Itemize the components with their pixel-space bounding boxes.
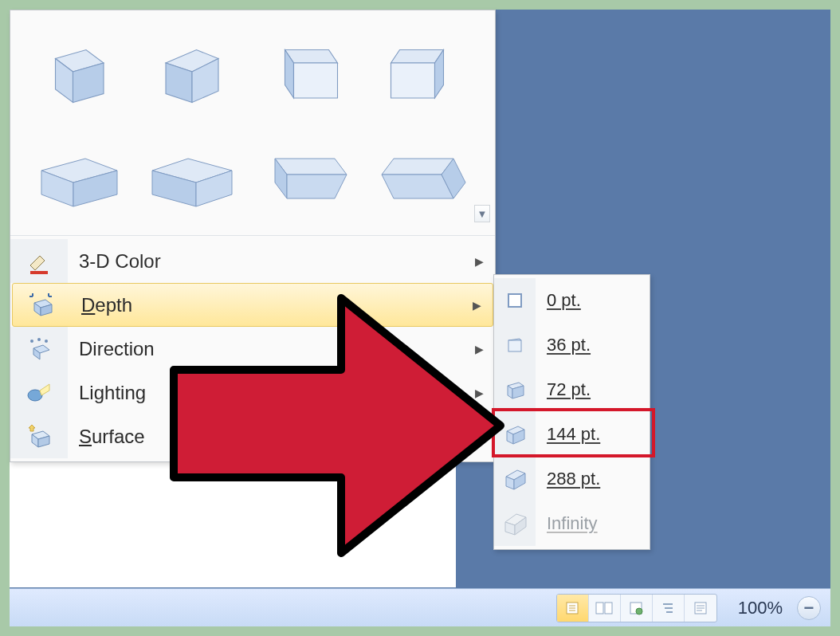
depth-option-0pt[interactable]: 0 pt. [494, 278, 650, 323]
menu-label: Direction [68, 338, 463, 360]
depth-cube-icon [494, 367, 536, 412]
depth-option-label: 72 pt. [536, 379, 650, 400]
view-mode-buttons [556, 594, 717, 622]
3d-preset-option[interactable] [136, 20, 248, 124]
menu-surface[interactable]: Surface ▶ [10, 414, 495, 458]
svg-rect-39 [508, 340, 521, 351]
menu-label: Surface [68, 426, 463, 448]
depth-cube-icon [494, 278, 536, 323]
svg-marker-8 [294, 63, 338, 98]
direction-icon [10, 327, 68, 371]
depth-cube-icon [494, 457, 536, 501]
depth-option-infinity[interactable]: Infinity [494, 501, 650, 546]
3d-preset-grid [10, 10, 495, 235]
depth-option-label: 144 pt. [536, 424, 650, 445]
svg-point-31 [37, 338, 41, 341]
depth-option-label: 288 pt. [536, 469, 650, 489]
zoom-out-button[interactable]: − [797, 596, 821, 620]
menu-label: Depth [70, 294, 461, 316]
svg-rect-57 [605, 603, 612, 614]
view-full-screen-reading[interactable] [589, 595, 621, 622]
depth-cube-icon [494, 323, 536, 367]
3d-preset-option[interactable] [22, 127, 133, 230]
submenu-arrow-icon: ▶ [463, 430, 495, 443]
depth-submenu: 0 pt.36 pt.72 pt.144 pt.288 pt.Infinity [493, 274, 650, 550]
depth-cube-icon [494, 501, 536, 546]
surface-icon [10, 414, 68, 458]
view-outline[interactable] [653, 595, 685, 622]
svg-rect-37 [508, 294, 521, 307]
submenu-arrow-icon: ▶ [463, 387, 495, 399]
3d-menu-list: 3-D Color ▶ Depth ▶ Direction ▶ [10, 235, 495, 461]
fill-color-icon [10, 239, 68, 283]
3d-preset-option[interactable] [136, 127, 248, 230]
depth-option-36pt[interactable]: 36 pt. [494, 323, 650, 367]
gallery-scroll-down[interactable]: ▼ [474, 205, 490, 222]
menu-label: Lighting [68, 382, 463, 404]
depth-icon [13, 284, 70, 326]
svg-marker-18 [275, 159, 347, 175]
depth-option-144pt[interactable]: 144 pt. [494, 412, 650, 457]
status-bar: 100% − [10, 588, 830, 626]
svg-rect-56 [596, 603, 603, 614]
view-print-layout[interactable] [557, 595, 589, 622]
3d-preset-option[interactable] [251, 20, 363, 124]
zoom-level[interactable]: 100% [738, 598, 783, 618]
app-canvas: ▼ 3-D Color ▶ Depth ▶ Direction [10, 10, 830, 626]
view-draft[interactable] [685, 595, 716, 622]
depth-option-label: Infinity [536, 513, 650, 534]
svg-marker-20 [287, 175, 347, 198]
svg-point-59 [636, 608, 642, 614]
svg-marker-21 [382, 159, 453, 175]
menu-3d-color[interactable]: 3-D Color ▶ [10, 239, 495, 283]
menu-direction[interactable]: Direction ▶ [10, 327, 495, 371]
svg-rect-24 [30, 271, 48, 274]
3d-preset-option[interactable] [366, 20, 477, 124]
svg-point-32 [45, 340, 48, 343]
3d-preset-option[interactable] [251, 127, 363, 230]
menu-label: 3-D Color [68, 250, 463, 273]
3d-preset-option[interactable] [366, 127, 477, 230]
3d-effects-popup: ▼ 3-D Color ▶ Depth ▶ Direction [10, 10, 496, 462]
menu-lighting[interactable]: Lighting ▶ [10, 371, 495, 414]
svg-marker-22 [382, 175, 453, 198]
depth-option-label: 0 pt. [536, 290, 650, 311]
submenu-arrow-icon: ▶ [463, 343, 495, 355]
depth-option-288pt[interactable]: 288 pt. [494, 457, 650, 501]
depth-cube-icon [494, 412, 536, 457]
view-web-layout[interactable] [621, 595, 653, 622]
submenu-arrow-icon: ▶ [461, 299, 493, 312]
lighting-icon [10, 371, 68, 414]
submenu-arrow-icon: ▶ [463, 255, 495, 268]
3d-preset-option[interactable] [22, 20, 133, 124]
depth-option-label: 36 pt. [536, 335, 650, 355]
depth-option-72pt[interactable]: 72 pt. [494, 367, 650, 412]
svg-point-30 [30, 340, 33, 343]
menu-depth[interactable]: Depth ▶ [12, 283, 493, 327]
svg-marker-10 [391, 63, 435, 98]
